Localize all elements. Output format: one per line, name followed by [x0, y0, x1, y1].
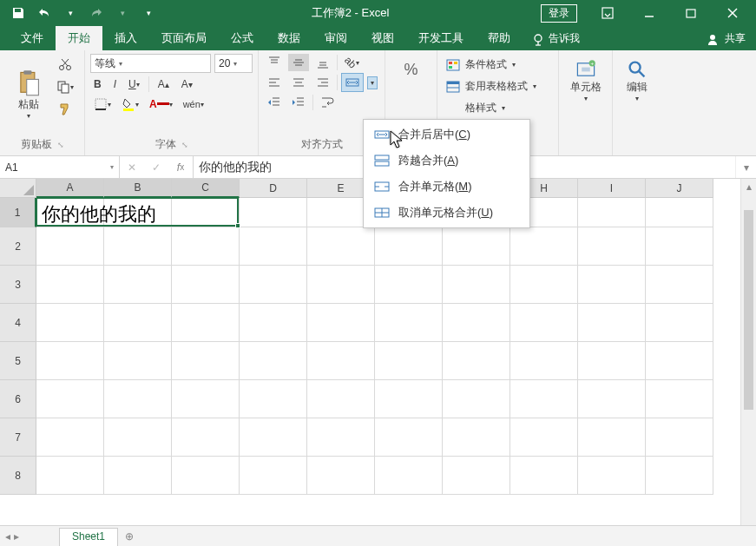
- editing-button[interactable]: 编辑 ▾: [619, 57, 655, 104]
- cell[interactable]: [443, 342, 510, 380]
- cell[interactable]: [104, 380, 172, 418]
- italic-button[interactable]: I: [110, 76, 120, 92]
- increase-font-button[interactable]: A▴: [154, 76, 173, 92]
- confirm-edit-button[interactable]: ✓: [144, 161, 168, 174]
- cell[interactable]: [510, 342, 578, 380]
- cell[interactable]: [172, 227, 240, 266]
- row-header[interactable]: 3: [0, 266, 36, 304]
- cell[interactable]: [646, 380, 713, 418]
- cell[interactable]: [375, 457, 443, 495]
- font-color-button[interactable]: A ▾: [146, 96, 176, 112]
- cell[interactable]: [578, 304, 646, 342]
- undo-button[interactable]: [33, 2, 56, 24]
- cells-button[interactable]: + 单元格 ▾: [567, 57, 605, 104]
- cell[interactable]: [36, 418, 104, 457]
- fill-color-button[interactable]: ▾: [118, 95, 142, 113]
- qat-customize[interactable]: ▾: [137, 2, 160, 24]
- tab-home[interactable]: 开始: [56, 26, 102, 50]
- merge-and-center-item[interactable]: 合并后居中(C): [365, 122, 528, 148]
- font-size-combo[interactable]: 20▾: [214, 54, 253, 73]
- save-button[interactable]: [7, 2, 30, 24]
- cell[interactable]: [240, 266, 307, 304]
- cell[interactable]: [307, 380, 375, 418]
- cell[interactable]: [36, 380, 104, 418]
- decrease-indent-button[interactable]: [264, 94, 285, 111]
- cell[interactable]: [104, 266, 172, 304]
- cell[interactable]: [36, 342, 104, 380]
- merge-button[interactable]: [341, 73, 364, 92]
- row-header[interactable]: 5: [0, 342, 36, 380]
- sheet-tab[interactable]: Sheet1: [59, 528, 118, 546]
- cell[interactable]: [375, 380, 443, 418]
- cell[interactable]: [104, 342, 172, 380]
- clipboard-launcher[interactable]: ⤡: [57, 141, 64, 149]
- select-all-corner[interactable]: [0, 179, 36, 198]
- conditional-format-button[interactable]: 条件格式 ▾: [443, 56, 553, 74]
- cell[interactable]: [510, 418, 578, 457]
- row-header[interactable]: 8: [0, 457, 36, 495]
- name-box[interactable]: A1 ▾: [0, 156, 120, 178]
- cell[interactable]: [646, 304, 713, 342]
- cell[interactable]: [172, 198, 240, 227]
- cell[interactable]: [646, 342, 713, 380]
- cell[interactable]: [443, 380, 510, 418]
- cell[interactable]: [240, 418, 307, 457]
- unmerge-cells-item[interactable]: 取消单元格合并(U): [365, 200, 528, 226]
- cell[interactable]: [240, 380, 307, 418]
- redo-button[interactable]: [85, 2, 108, 24]
- cell[interactable]: [172, 418, 240, 457]
- row-header[interactable]: 4: [0, 304, 36, 342]
- cancel-edit-button[interactable]: ✕: [120, 161, 144, 174]
- tab-help[interactable]: 帮助: [476, 26, 523, 50]
- cell[interactable]: [646, 418, 713, 457]
- cell[interactable]: [104, 418, 172, 457]
- login-button[interactable]: 登录: [541, 4, 577, 23]
- cell[interactable]: [646, 266, 713, 304]
- cell[interactable]: [443, 266, 510, 304]
- cell[interactable]: [307, 457, 375, 495]
- paste-button[interactable]: 粘贴 ▾: [5, 54, 51, 135]
- cell[interactable]: [646, 227, 713, 266]
- cell[interactable]: [104, 457, 172, 495]
- cell[interactable]: [307, 304, 375, 342]
- cell[interactable]: [172, 266, 240, 304]
- undo-dropdown[interactable]: ▾: [59, 2, 82, 24]
- cell[interactable]: [375, 304, 443, 342]
- cell[interactable]: [36, 227, 104, 266]
- bold-button[interactable]: B: [90, 76, 105, 92]
- row-header[interactable]: 7: [0, 418, 36, 457]
- redo-dropdown[interactable]: ▾: [111, 2, 134, 24]
- column-header[interactable]: C: [172, 179, 240, 198]
- cell[interactable]: [172, 380, 240, 418]
- cell[interactable]: [172, 457, 240, 495]
- align-left-button[interactable]: [264, 74, 285, 91]
- cell[interactable]: [172, 304, 240, 342]
- column-header[interactable]: J: [646, 179, 713, 198]
- align-bottom-button[interactable]: [312, 54, 333, 71]
- column-header[interactable]: I: [578, 179, 646, 198]
- tab-developer[interactable]: 开发工具: [406, 26, 476, 50]
- copy-button[interactable]: ▾: [53, 78, 77, 95]
- cell[interactable]: [510, 380, 578, 418]
- cell[interactable]: [510, 266, 578, 304]
- cell[interactable]: [104, 304, 172, 342]
- tab-data[interactable]: 数据: [266, 26, 312, 50]
- cell[interactable]: [578, 380, 646, 418]
- tab-view[interactable]: 视图: [359, 26, 406, 50]
- phonetic-button[interactable]: wén ▾: [180, 97, 207, 111]
- cell[interactable]: [240, 304, 307, 342]
- ribbon-options-button[interactable]: [588, 0, 628, 26]
- cell[interactable]: [240, 198, 307, 227]
- cell[interactable]: [307, 266, 375, 304]
- merge-cells-item[interactable]: 合并单元格(M): [365, 174, 528, 200]
- scroll-up-button[interactable]: ▴: [741, 179, 756, 194]
- tab-review[interactable]: 审阅: [312, 26, 359, 50]
- share-button[interactable]: 共享: [697, 27, 756, 50]
- cell[interactable]: [443, 457, 510, 495]
- formula-expand-button[interactable]: ▾: [735, 156, 756, 178]
- cell[interactable]: [578, 418, 646, 457]
- cell[interactable]: [578, 227, 646, 266]
- table-format-button[interactable]: 套用表格格式 ▾: [443, 77, 553, 95]
- maximize-button[interactable]: [671, 0, 711, 26]
- new-sheet-button[interactable]: ⊕: [118, 526, 141, 546]
